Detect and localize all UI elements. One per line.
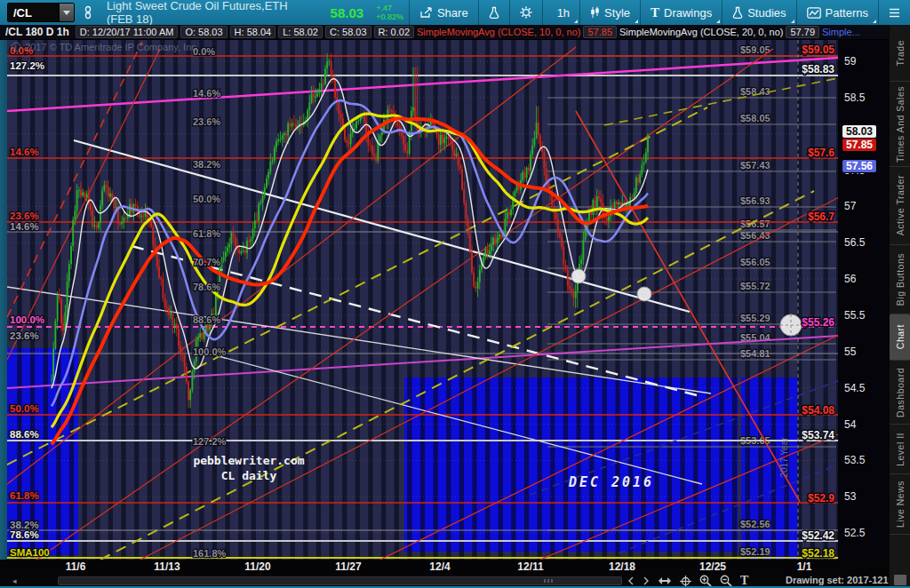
chevron-down-icon (63, 11, 70, 15)
sma3-legend[interactable]: Simple... (822, 27, 860, 37)
auto-scale-icon[interactable] (658, 576, 672, 585)
chart-scrollbar[interactable] (58, 576, 622, 585)
zoom-out-icon[interactable] (720, 575, 732, 587)
date-tick: 12/11 (517, 560, 543, 573)
collapse-arrow-icon[interactable]: ◂ (12, 576, 17, 585)
svg-text:$55.72: $55.72 (740, 281, 770, 291)
price-tick: 59 (844, 55, 856, 68)
svg-text:70.7%: 70.7% (193, 257, 220, 267)
sidebar-tab-dashboard[interactable]: Dashboard (890, 361, 910, 425)
svg-text:i: i (14, 44, 16, 52)
symbol-text: /CL (8, 6, 59, 20)
dropdown-corner (873, 20, 876, 23)
sma10-value: 57.85 (583, 26, 617, 38)
svg-text:23.6%: 23.6% (10, 211, 39, 221)
scrollbar-grip[interactable] (544, 579, 553, 583)
scroll-right-icon[interactable] (643, 576, 650, 585)
price-tick: 58.5 (844, 91, 865, 104)
symbol-input[interactable]: /CL (7, 3, 75, 22)
flask-icon (489, 6, 499, 19)
sma10-legend[interactable]: SimpleMovingAvg (CLOSE, 10, 0, no) (417, 27, 580, 37)
sidebar-tab-times-and-sales[interactable]: Times And Sales (890, 82, 910, 167)
candlestick-style-icon (590, 6, 600, 19)
svg-text:$53.74: $53.74 (802, 429, 834, 441)
svg-text:$54.08: $54.08 (802, 404, 834, 417)
svg-text:88.6%: 88.6% (10, 429, 39, 440)
svg-text:100.0%: 100.0% (10, 314, 44, 325)
text-note-tool-icon[interactable]: T (740, 574, 748, 588)
instrument-title: Light Sweet Crude Oil Futures,ETH (FEB 1… (98, 0, 323, 25)
sidebar-tab-label: Chart (895, 324, 906, 349)
zoom-in-icon[interactable] (699, 575, 712, 587)
svg-text:23.6%: 23.6% (10, 330, 39, 341)
patterns-button[interactable]: Patterns (796, 0, 878, 25)
svg-text:61.8%: 61.8% (10, 490, 39, 501)
svg-text:78.6%: 78.6% (193, 282, 220, 292)
sidebar-tab-label: Big Buttons (895, 253, 906, 306)
svg-text:CL daily: CL daily (221, 469, 277, 482)
svg-text:$52.18: $52.18 (802, 547, 834, 560)
sidebar-tab-label: Trade (895, 40, 906, 67)
patterns-icon (807, 7, 821, 19)
svg-text:127.2%: 127.2% (193, 436, 227, 447)
chart-symbol-info: /CL 180 D 1h (5, 26, 73, 38)
share-button[interactable]: Share (409, 0, 478, 25)
style-button[interactable]: Style (579, 0, 640, 25)
price-axis[interactable]: 5958.55857.55756.55655.55554.55453.55352… (838, 40, 889, 560)
chart-menu-button[interactable] (878, 0, 910, 25)
sidebar-tab-big-buttons[interactable]: Big Buttons (890, 245, 910, 314)
settings-button[interactable] (509, 0, 542, 25)
svg-text:14.6%: 14.6% (10, 221, 39, 232)
svg-text:$56.57: $56.57 (740, 219, 770, 229)
svg-text:14.6%: 14.6% (10, 147, 39, 157)
time-axis[interactable]: 11/611/1311/2011/2712/412/1112/1812/251/… (0, 560, 889, 574)
sma20-value: 57.79 (786, 26, 819, 38)
sidebar-tab-level-ii[interactable]: Level II (890, 425, 910, 474)
svg-text:$52.42: $52.42 (802, 529, 834, 542)
ondemand-button[interactable] (478, 0, 509, 25)
date-tick: 12/18 (609, 560, 635, 573)
symbol-dropdown-button[interactable] (59, 4, 74, 21)
svg-text:50.0%: 50.0% (10, 403, 39, 414)
svg-text:161.8%: 161.8% (193, 548, 227, 559)
svg-text:$57.6: $57.6 (808, 147, 834, 159)
svg-text:127.2%: 127.2% (10, 60, 44, 71)
svg-text:88.6%: 88.6% (193, 314, 220, 325)
svg-text:78.6%: 78.6% (10, 529, 39, 540)
svg-text:$56.7: $56.7 (808, 211, 834, 223)
bar-date: D: 12/20/17 11:00 AM (76, 26, 179, 38)
date-tick: 12/25 (699, 560, 726, 573)
sidebar-tab-trade[interactable]: Trade (890, 25, 910, 82)
price-bubble: 57.56 (842, 159, 877, 173)
pan-target-icon[interactable] (680, 576, 691, 587)
svg-text:$58.05: $58.05 (740, 113, 770, 123)
thinkorswim-chart-window: /CL Light Sweet Crude Oil Futures,ETH (F… (0, 0, 910, 588)
dropdown-corner (574, 20, 578, 23)
resize-corner[interactable] (894, 575, 906, 585)
sma20-legend[interactable]: SimpleMovingAvg (CLOSE, 20, 0, no) (619, 27, 783, 37)
sidebar-tab-chart[interactable]: Chart (890, 314, 910, 361)
drawings-button[interactable]: T Drawings (640, 0, 722, 25)
gear-icon (520, 6, 532, 19)
timeframe-button[interactable]: 1h (542, 0, 579, 25)
svg-text:38.2%: 38.2% (193, 159, 220, 170)
share-icon (419, 7, 433, 19)
bar-open: O: 58.03 (180, 26, 227, 38)
bar-range: R: 0.02 (374, 26, 414, 38)
svg-text:14.6%: 14.6% (193, 88, 220, 99)
sidebar-tab-active-trader[interactable]: Active Trader (890, 167, 910, 245)
sidebar-tab-live-news[interactable]: Live News (890, 474, 910, 535)
svg-text:$52.9: $52.9 (808, 492, 834, 505)
symbol-link-button[interactable] (78, 0, 98, 25)
drawings-T-icon: T (651, 5, 659, 20)
sidebar-tab-label: Level II (895, 433, 906, 466)
dropdown-corner (791, 20, 794, 23)
price-bubble: 58.03 (842, 124, 877, 139)
price-tick: 56 (844, 273, 856, 285)
scroll-left-icon[interactable] (627, 576, 635, 585)
studies-button[interactable]: Studies (722, 0, 795, 25)
chart-canvas[interactable]: $59.05$58.43$58.05$57.43$56.93$56.57$56.… (7, 40, 838, 560)
svg-text:$59.05: $59.05 (802, 44, 834, 56)
price-change: +.47 +0.82% (371, 0, 409, 25)
bar-low: L: 58.02 (278, 26, 323, 38)
